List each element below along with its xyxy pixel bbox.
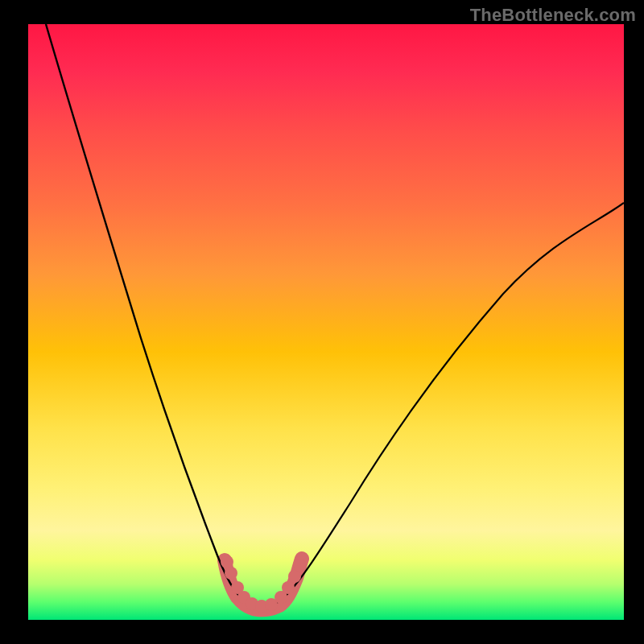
right-curve-path	[262, 203, 624, 608]
valley-marker	[221, 555, 233, 568]
watermark-text: TheBottleneck.com	[470, 5, 636, 26]
left-curve-path	[46, 24, 262, 608]
chart-svg	[28, 24, 624, 620]
valley-marker	[288, 570, 301, 583]
valley-marker	[293, 559, 306, 572]
chart-frame: TheBottleneck.com	[0, 0, 644, 644]
chart-plot-area	[28, 24, 624, 620]
valley-marker	[225, 567, 237, 580]
valley-marker	[282, 581, 295, 594]
